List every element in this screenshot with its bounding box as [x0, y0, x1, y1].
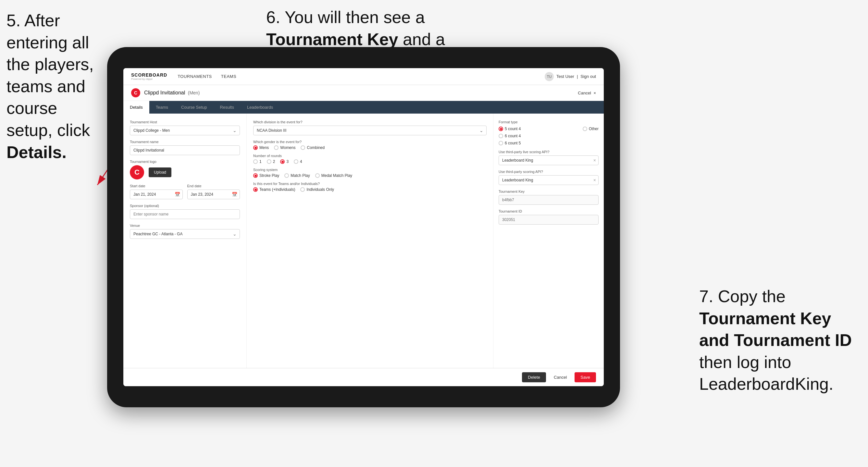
format-6count4[interactable]: 6 count 4 [499, 134, 521, 138]
tournament-id-label: Tournament ID [499, 209, 598, 213]
format-6count4-label: 6 count 4 [505, 134, 521, 138]
tournament-id-field: Tournament ID 302051 [499, 209, 598, 225]
format-5count4-label: 5 count 4 [505, 127, 521, 131]
upload-button[interactable]: Upload [149, 167, 172, 177]
individuals-only-dot [300, 187, 305, 192]
tournament-name-input[interactable] [130, 145, 240, 155]
round-3[interactable]: 3 [280, 159, 288, 164]
top-nav: SCOREBOARD Powered by clippd TOURNAMENTS… [123, 68, 604, 85]
scoring-medal-dot [315, 173, 320, 178]
gender-radio-group: Mens Womens Combined [253, 145, 487, 150]
api2-clear-icon[interactable]: × [593, 178, 596, 183]
api2-input[interactable] [499, 175, 598, 185]
scoring-medal[interactable]: Medal Match Play [315, 173, 352, 178]
round-1[interactable]: 1 [253, 159, 261, 164]
tab-results[interactable]: Results [214, 101, 241, 114]
gender-womens[interactable]: Womens [274, 145, 296, 150]
brand-sub: Powered by clippd [131, 77, 167, 81]
round-3-dot [280, 159, 285, 164]
venue-select[interactable]: Peachtree GC - Atlanta - GA [130, 229, 240, 239]
rounds-radio-group: 1 2 3 4 [253, 159, 487, 164]
brand-name: SCOREBOARD [131, 72, 167, 77]
division-label: Which division is the event for? [253, 120, 487, 124]
cancel-button[interactable]: Cancel [550, 372, 571, 382]
format-6count5-label: 6 count 5 [505, 141, 521, 145]
gender-combined-label: Combined [307, 145, 324, 150]
tab-bar: Details Teams Course Setup Results Leade… [123, 101, 604, 114]
format-5count4-dot [499, 127, 503, 131]
round-4[interactable]: 4 [294, 159, 302, 164]
gender-mens[interactable]: Mens [253, 145, 269, 150]
api1-input[interactable] [499, 155, 598, 165]
tournament-host-label: Tournament Host [130, 120, 240, 124]
end-date-field: End date 📅 [187, 184, 240, 199]
tournament-header: C Clippd Invitational (Men) Cancel × [123, 85, 604, 101]
logo-section: Tournament logo C Upload [130, 160, 240, 180]
gender-womens-dot [274, 145, 279, 150]
sign-out-link[interactable]: Sign out [580, 74, 596, 79]
tablet: SCOREBOARD Powered by clippd TOURNAMENTS… [107, 47, 620, 407]
teams-plus-individuals[interactable]: Teams (+Individuals) [253, 187, 295, 192]
tournament-host-select[interactable]: Clippd College - Men [130, 126, 240, 135]
nav-separator: | [577, 74, 578, 79]
tab-course-setup[interactable]: Course Setup [175, 101, 214, 114]
sponsor-input[interactable] [130, 209, 240, 219]
venue-label: Venue [130, 224, 240, 227]
tournament-key-label: Tournament Key [499, 189, 598, 193]
user-icon: TU [545, 72, 554, 81]
format-other-label: Other [589, 127, 598, 131]
individuals-only-label: Individuals Only [306, 187, 334, 192]
round-4-label: 4 [300, 159, 302, 164]
middle-column: Which division is the event for? NCAA Di… [247, 114, 493, 368]
format-6count5[interactable]: 6 count 5 [499, 141, 521, 145]
gender-mens-dot [253, 145, 258, 150]
api1-clear-icon[interactable]: × [593, 158, 596, 163]
tournament-id-value: 302051 [499, 215, 598, 225]
save-button[interactable]: Save [575, 372, 596, 382]
annotation-bottom-right: 7. Copy the Tournament Key and Tournamen… [699, 286, 862, 395]
teams-plus-label: Teams (+Individuals) [259, 187, 295, 192]
user-name: Test User [556, 74, 574, 79]
division-select[interactable]: NCAA Division III [253, 126, 487, 135]
calendar-icon-start: 📅 [175, 192, 180, 197]
api1-field: × [499, 155, 598, 165]
scoring-radio-group: Stroke Play Match Play Medal Match Play [253, 173, 487, 178]
calendar-icon-end: 📅 [232, 192, 237, 197]
round-2[interactable]: 2 [267, 159, 275, 164]
tab-teams[interactable]: Teams [149, 101, 175, 114]
date-row: Start date 📅 End date 📅 [130, 184, 240, 199]
delete-button[interactable]: Delete [522, 372, 546, 382]
teams-label: Is this event for Teams and/or Individua… [253, 182, 487, 186]
tournament-host-wrapper: Clippd College - Men [130, 126, 240, 135]
gender-combined-dot [301, 145, 305, 150]
format-5count4[interactable]: 5 count 4 [499, 127, 521, 131]
scoring-stroke-label: Stroke Play [259, 173, 279, 178]
format-other-dot [583, 127, 587, 131]
start-date-field: Start date 📅 [130, 184, 183, 199]
nav-link-tournaments[interactable]: TOURNAMENTS [178, 74, 212, 79]
scoring-match-dot [284, 173, 289, 178]
round-2-dot [267, 159, 271, 164]
teams-radio-group: Teams (+Individuals) Individuals Only [253, 187, 487, 192]
cancel-header-button[interactable]: Cancel × [578, 91, 596, 95]
format-type-label: Format type [499, 120, 598, 124]
format-other[interactable]: Other [583, 127, 598, 131]
individuals-only[interactable]: Individuals Only [300, 187, 334, 192]
tournament-logo-label: Tournament logo [130, 160, 240, 163]
round-4-dot [294, 159, 298, 164]
tournament-title: Clippd Invitational (Men) [144, 90, 578, 96]
tab-details[interactable]: Details [123, 101, 149, 114]
scoring-medal-label: Medal Match Play [321, 173, 352, 178]
action-bar: Delete Cancel Save [123, 368, 604, 386]
gender-mens-label: Mens [259, 145, 269, 150]
nav-link-teams[interactable]: TEAMS [221, 74, 236, 79]
start-date-label: Start date [130, 184, 183, 188]
brand: SCOREBOARD Powered by clippd [131, 72, 167, 81]
scoring-stroke[interactable]: Stroke Play [253, 173, 279, 178]
teams-plus-dot [253, 187, 258, 192]
venue-wrapper: Peachtree GC - Atlanta - GA [130, 229, 240, 239]
tab-leaderboards[interactable]: Leaderboards [241, 101, 279, 114]
scoring-match[interactable]: Match Play [284, 173, 310, 178]
gender-combined[interactable]: Combined [301, 145, 324, 150]
nav-right: TU Test User | Sign out [545, 72, 596, 81]
